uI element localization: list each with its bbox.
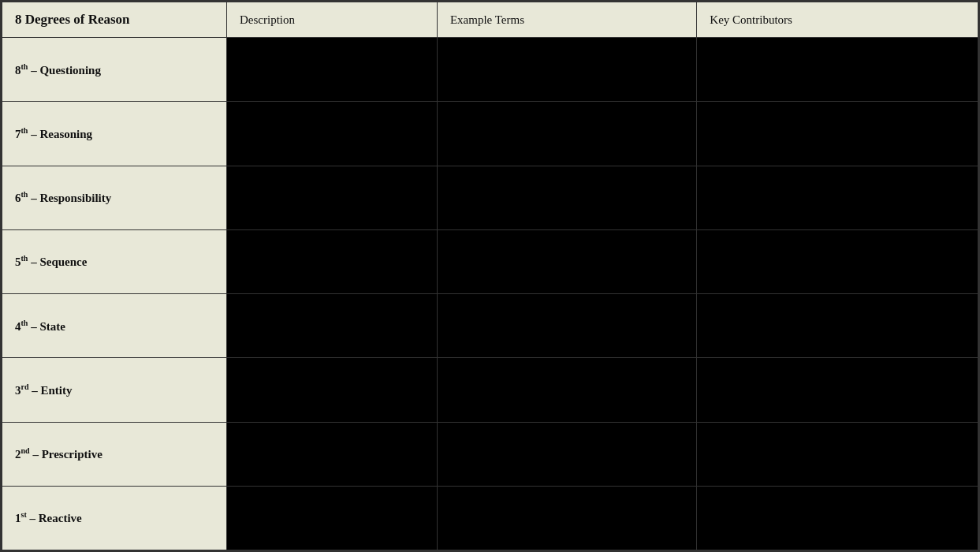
description-cell-1 xyxy=(227,486,438,550)
degree-label: Sequence xyxy=(39,255,87,268)
table-row: 5th – Sequence xyxy=(2,229,978,293)
degree-dash: – xyxy=(28,255,39,268)
col-header-degree: 8 Degrees of Reason xyxy=(2,2,227,38)
table-row: 4th – State xyxy=(2,294,978,358)
table-row: 2nd – Prescriptive xyxy=(2,422,978,486)
degree-label: Reasoning xyxy=(39,128,92,140)
degree-number: 6th xyxy=(15,192,28,204)
key-contributors-cell-8 xyxy=(697,38,978,102)
table-row: 8th – Questioning xyxy=(2,38,978,102)
degree-cell-1: 1st – Reactive xyxy=(2,486,227,550)
main-table-container: 8 Degrees of Reason Description Example … xyxy=(0,0,980,552)
description-cell-4 xyxy=(227,294,438,358)
key-contributors-cell-1 xyxy=(697,486,978,550)
degree-number: 7th xyxy=(15,128,28,140)
example-terms-cell-6 xyxy=(437,166,696,229)
example-terms-cell-3 xyxy=(437,358,696,422)
table-body: 8th – Questioning7th – Reasoning6th – Re… xyxy=(2,38,978,550)
col-header-description: Description xyxy=(227,2,438,38)
key-contributors-cell-3 xyxy=(697,358,978,422)
degree-cell-8: 8th – Questioning xyxy=(2,38,227,102)
key-contributors-cell-6 xyxy=(697,166,978,229)
key-contributors-cell-7 xyxy=(697,102,978,166)
description-cell-2 xyxy=(227,422,438,486)
example-terms-cell-8 xyxy=(437,38,696,102)
degree-cell-5: 5th – Sequence xyxy=(2,229,227,293)
degree-label: Entity xyxy=(41,384,73,397)
key-contributors-cell-4 xyxy=(697,294,978,358)
degree-number: 1st xyxy=(15,512,27,524)
description-cell-3 xyxy=(227,358,438,422)
table-header-row: 8 Degrees of Reason Description Example … xyxy=(2,2,978,38)
degree-number: 2nd xyxy=(15,448,30,461)
degree-number: 3rd xyxy=(15,384,29,397)
key-contributors-cell-2 xyxy=(697,422,978,486)
degrees-of-reason-table: 8 Degrees of Reason Description Example … xyxy=(2,2,978,550)
degree-label: State xyxy=(39,320,65,333)
degree-dash: – xyxy=(28,64,39,76)
table-row: 3rd – Entity xyxy=(2,358,978,422)
table-row: 7th – Reasoning xyxy=(2,102,978,166)
degree-cell-2: 2nd – Prescriptive xyxy=(2,422,227,486)
example-terms-cell-1 xyxy=(437,486,696,550)
example-terms-cell-4 xyxy=(437,294,696,358)
degree-label: Questioning xyxy=(39,64,101,76)
degree-number: 5th xyxy=(15,255,28,268)
degree-number: 8th xyxy=(15,64,28,76)
table-row: 6th – Responsibility xyxy=(2,166,978,229)
degree-number: 4th xyxy=(15,320,28,333)
degree-sup: rd xyxy=(21,382,29,391)
col-header-key-contributors: Key Contributors xyxy=(697,2,978,38)
example-terms-cell-5 xyxy=(437,229,696,293)
example-terms-cell-7 xyxy=(437,102,696,166)
degree-dash: – xyxy=(27,512,39,524)
degree-label: Reactive xyxy=(39,512,82,524)
description-cell-5 xyxy=(227,229,438,293)
degree-label: Responsibility xyxy=(39,192,111,204)
degree-label: Prescriptive xyxy=(42,448,102,461)
key-contributors-cell-5 xyxy=(697,229,978,293)
degree-cell-3: 3rd – Entity xyxy=(2,358,227,422)
degree-dash: – xyxy=(30,448,42,461)
col-header-example-terms: Example Terms xyxy=(437,2,696,38)
description-cell-8 xyxy=(227,38,438,102)
degree-sup: st xyxy=(21,510,27,519)
degree-dash: – xyxy=(28,128,39,140)
example-terms-cell-2 xyxy=(437,422,696,486)
degree-cell-6: 6th – Responsibility xyxy=(2,166,227,229)
description-cell-7 xyxy=(227,102,438,166)
degree-cell-7: 7th – Reasoning xyxy=(2,102,227,166)
degree-cell-4: 4th – State xyxy=(2,294,227,358)
degree-dash: – xyxy=(29,384,41,397)
table-row: 1st – Reactive xyxy=(2,486,978,550)
description-cell-6 xyxy=(227,166,438,229)
degree-sup: nd xyxy=(21,446,30,455)
degree-dash: – xyxy=(28,320,39,333)
degree-dash: – xyxy=(28,192,39,204)
